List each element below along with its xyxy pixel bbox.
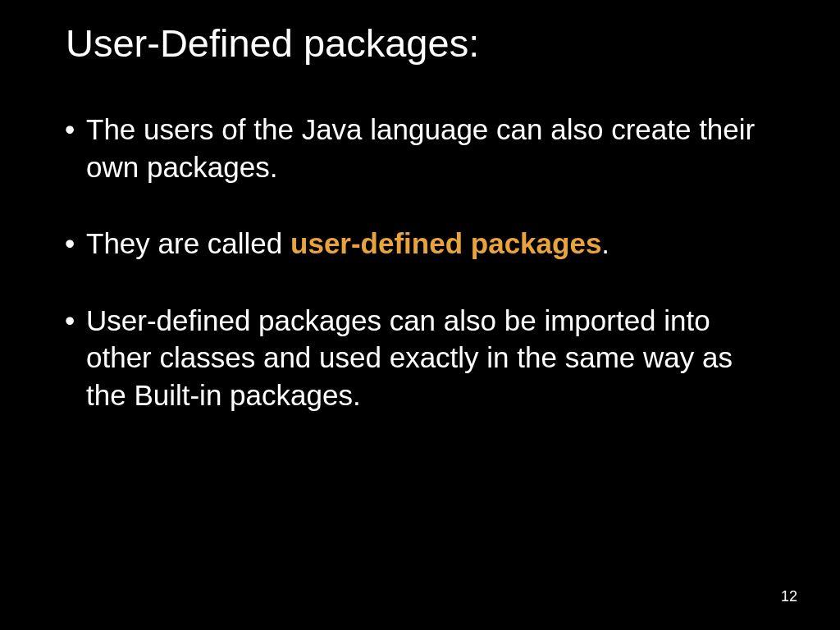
bullet-item: The users of the Java language can also … [62, 111, 778, 185]
bullet-text: The users of the Java language can also … [86, 113, 755, 183]
bullet-item: User-defined packages can also be import… [62, 302, 778, 414]
page-number: 12 [781, 588, 797, 605]
bullet-highlight: user-defined packages [290, 227, 601, 259]
bullet-text: User-defined packages can also be import… [86, 304, 733, 411]
bullet-item: They are called user-defined packages. [62, 225, 778, 262]
bullet-text-before: They are called [86, 227, 290, 259]
bullet-list: The users of the Java language can also … [62, 111, 778, 413]
slide-title: User-Defined packages: [66, 21, 778, 66]
slide-container: User-Defined packages: The users of the … [0, 0, 840, 630]
bullet-text-after: . [601, 227, 609, 259]
